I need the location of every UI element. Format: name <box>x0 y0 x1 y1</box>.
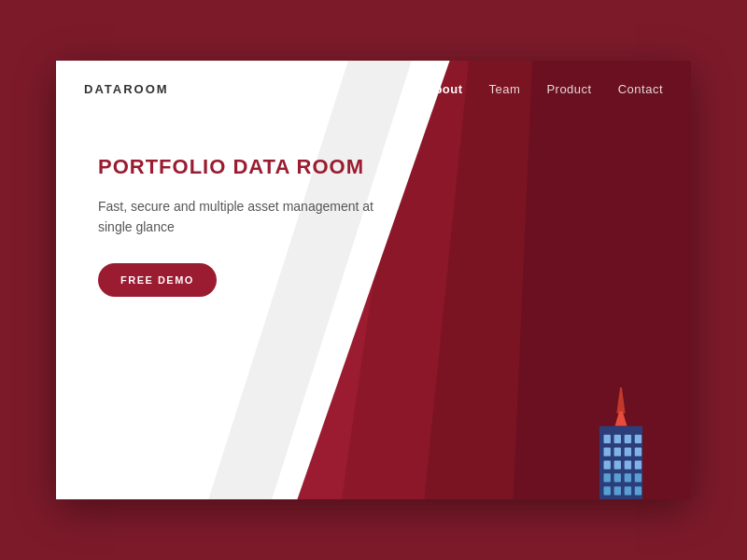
svg-rect-4 <box>604 448 611 456</box>
svg-rect-18 <box>635 435 641 443</box>
svg-rect-14 <box>625 448 631 456</box>
svg-rect-15 <box>625 460 631 469</box>
svg-rect-21 <box>635 473 641 482</box>
nav-item-contact[interactable]: Contact <box>618 82 663 96</box>
svg-rect-8 <box>614 435 621 443</box>
cta-button[interactable]: FREE DEMO <box>98 263 217 297</box>
main-window: DATAROOM About Team Product Contact PORT… <box>56 61 691 499</box>
svg-rect-10 <box>614 460 621 469</box>
svg-rect-13 <box>625 435 631 443</box>
svg-rect-17 <box>625 486 631 495</box>
nav-item-team[interactable]: Team <box>489 82 521 96</box>
svg-rect-22 <box>635 486 641 495</box>
svg-rect-7 <box>604 486 611 495</box>
svg-rect-16 <box>625 473 631 482</box>
nav: About Team Product Contact <box>426 82 663 96</box>
hero-title: PORTFOLIO DATA ROOM <box>98 154 378 181</box>
svg-rect-3 <box>604 435 611 443</box>
svg-marker-0 <box>616 387 625 413</box>
logo: DATAROOM <box>84 82 169 96</box>
svg-rect-9 <box>614 448 621 456</box>
nav-item-about[interactable]: About <box>426 82 463 96</box>
hero-subtitle: Fast, secure and multiple asset manageme… <box>98 196 378 238</box>
svg-rect-20 <box>635 460 641 469</box>
svg-marker-1 <box>615 412 627 427</box>
svg-rect-6 <box>604 473 611 482</box>
nav-item-product[interactable]: Product <box>546 82 591 96</box>
svg-rect-11 <box>614 473 621 482</box>
svg-rect-19 <box>635 448 641 456</box>
building-illustration <box>579 387 663 499</box>
header: DATAROOM About Team Product Contact <box>56 61 691 117</box>
hero-content: PORTFOLIO DATA ROOM Fast, secure and mul… <box>98 154 378 297</box>
svg-rect-5 <box>604 460 611 469</box>
building-svg <box>579 387 663 499</box>
svg-rect-12 <box>614 486 621 495</box>
